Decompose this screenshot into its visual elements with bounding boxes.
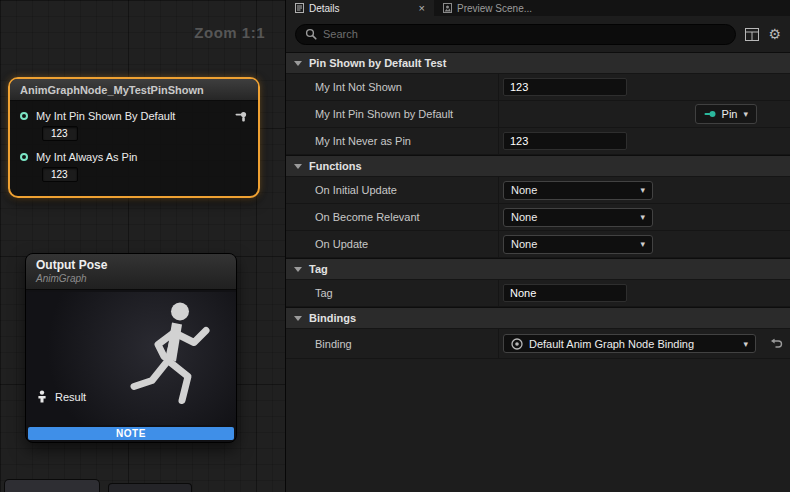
int-pin-icon[interactable] [20, 112, 28, 120]
output-node-subtitle: AnimGraph [36, 273, 226, 284]
chevron-down-icon: ▾ [640, 185, 645, 195]
on-become-relevant-dropdown[interactable]: None ▾ [503, 208, 653, 227]
output-node-header[interactable]: Output Pose AnimGraph [26, 254, 236, 290]
search-input[interactable] [323, 28, 726, 40]
output-node-body: Result [26, 292, 236, 425]
property-label: On Become Relevant [286, 204, 498, 230]
node-note-banner[interactable]: NOTE [28, 427, 234, 440]
reset-to-default-icon[interactable] [770, 338, 783, 349]
chevron-down-icon [294, 164, 302, 169]
section-header-functions[interactable]: Functions [286, 155, 790, 177]
chevron-down-icon: ▾ [743, 109, 748, 119]
pin-visibility-button[interactable]: Pin ▾ [695, 104, 757, 124]
details-panel: Details × Preview Scene... ⚙ [285, 0, 790, 492]
anim-graph-node-selected[interactable]: AnimGraphNode_MyTestPinShown My Int Pin … [8, 77, 260, 198]
zoom-level: Zoom 1:1 [194, 24, 265, 41]
mannequin-image [124, 294, 228, 427]
chevron-down-icon [294, 316, 302, 321]
preview-scene-tab-icon [443, 3, 452, 13]
section-header-tag[interactable]: Tag [286, 258, 790, 280]
pin-value-box[interactable]: 123 [42, 167, 78, 182]
row-on-become-relevant: On Become Relevant None ▾ [286, 204, 790, 231]
binding-icon [511, 338, 523, 350]
row-my-int-never-as-pin: My Int Never as Pin [286, 128, 790, 155]
close-tab-icon[interactable]: × [419, 3, 425, 14]
property-label: Binding [286, 329, 498, 358]
output-node-title: Output Pose [36, 258, 226, 272]
row-on-update: On Update None ▾ [286, 231, 790, 258]
chevron-down-icon: ▾ [640, 212, 645, 222]
pin-icon [704, 109, 716, 119]
property-label: My Int Not Shown [286, 74, 498, 100]
tab-details[interactable]: Details × [286, 0, 434, 16]
pin-value-box[interactable]: 123 [42, 126, 78, 141]
section-title: Pin Shown by Default Test [309, 57, 446, 69]
anim-graph-canvas[interactable]: Zoom 1:1 AnimGraphNode_MyTestPinShown My… [0, 0, 285, 492]
output-pose-node[interactable]: Output Pose AnimGraph [25, 253, 237, 443]
my-int-not-shown-input[interactable] [503, 78, 627, 96]
section-header-bindings[interactable]: Bindings [286, 307, 790, 329]
on-initial-update-dropdown[interactable]: None ▾ [503, 181, 653, 200]
details-toolbar: ⚙ [286, 16, 790, 52]
result-pin-label: Result [55, 391, 86, 403]
tab-details-label: Details [309, 3, 340, 14]
tag-input[interactable] [503, 284, 627, 302]
dropdown-value: None [511, 184, 537, 196]
unreal-editor-window: Zoom 1:1 AnimGraphNode_MyTestPinShown My… [0, 0, 790, 492]
property-label: On Initial Update [286, 177, 498, 203]
pose-pin-icon [36, 390, 48, 403]
chevron-down-icon [294, 61, 302, 66]
chevron-down-icon [294, 267, 302, 272]
dropdown-value: Default Anim Graph Node Binding [529, 338, 694, 350]
row-on-initial-update: On Initial Update None ▾ [286, 177, 790, 204]
property-label: My Int Pin Shown by Default [286, 101, 498, 127]
dropdown-value: None [511, 211, 537, 223]
pin-label: My Int Always As Pin [36, 151, 137, 163]
row-my-int-pin-shown-by-default: My Int Pin Shown by Default Pin ▾ [286, 101, 790, 128]
section-header-pin-test[interactable]: Pin Shown by Default Test [286, 52, 790, 74]
pin-visibility-icon[interactable] [234, 110, 248, 124]
settings-gear-icon[interactable]: ⚙ [768, 26, 781, 42]
panel-tab-bar: Details × Preview Scene... [286, 0, 790, 16]
partial-node[interactable] [4, 479, 100, 492]
search-icon [305, 28, 317, 40]
row-tag: Tag [286, 280, 790, 307]
on-update-dropdown[interactable]: None ▾ [503, 235, 653, 254]
section-title: Tag [309, 263, 328, 275]
result-pin[interactable]: Result [36, 390, 86, 403]
row-my-int-not-shown: My Int Not Shown [286, 74, 790, 101]
node-pin-row: My Int Always As Pin 123 [20, 151, 250, 182]
property-label: On Update [286, 231, 498, 257]
property-label: Tag [286, 280, 498, 306]
tab-preview-scene[interactable]: Preview Scene... [434, 0, 541, 16]
binding-dropdown[interactable]: Default Anim Graph Node Binding ▾ [503, 334, 756, 353]
details-tab-icon [295, 3, 304, 13]
int-pin-icon[interactable] [20, 153, 28, 161]
node-pin-row: My Int Pin Shown By Default 123 [20, 110, 250, 141]
section-title: Functions [309, 160, 362, 172]
property-label: My Int Never as Pin [286, 128, 498, 154]
section-title: Bindings [309, 312, 356, 324]
pin-button-label: Pin [722, 108, 738, 120]
partial-node[interactable] [108, 483, 192, 492]
my-int-never-as-pin-input[interactable] [503, 132, 627, 150]
search-box[interactable] [295, 24, 736, 45]
pin-label: My Int Pin Shown By Default [36, 110, 175, 122]
chevron-down-icon: ▾ [640, 239, 645, 249]
tab-preview-scene-label: Preview Scene... [457, 3, 532, 14]
display-filter-icon[interactable] [745, 28, 759, 41]
details-empty-area [286, 359, 790, 492]
row-binding: Binding Default Anim Graph Node Binding … [286, 329, 790, 359]
dropdown-value: None [511, 238, 537, 250]
node-title[interactable]: AnimGraphNode_MyTestPinShown [10, 79, 258, 101]
chevron-down-icon: ▾ [743, 339, 748, 349]
